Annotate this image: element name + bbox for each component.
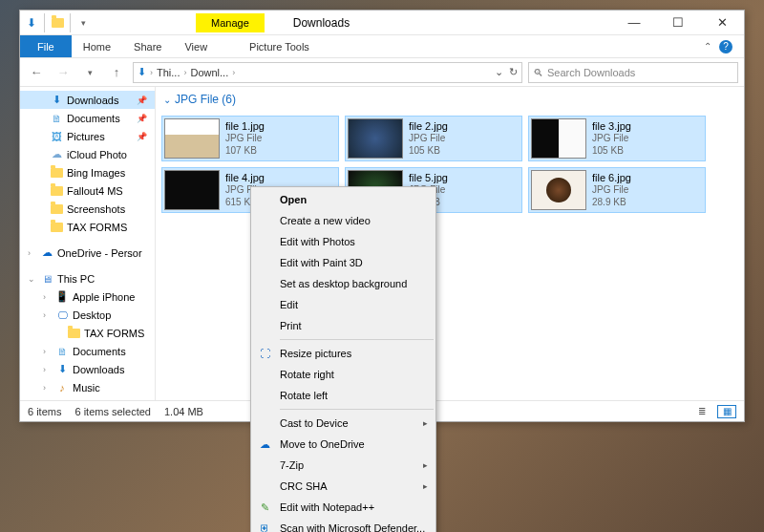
ctx-notepadpp[interactable]: ✎Edit with Notepad++ <box>251 497 435 518</box>
pin-icon: 📌 <box>137 114 147 123</box>
help-icon[interactable]: ? <box>719 40 732 53</box>
chevron-down-icon: ⌄ <box>28 274 36 284</box>
cloud-icon: ☁ <box>257 436 272 452</box>
file-item[interactable]: file 1.jpgJPG File107 KB <box>161 116 339 161</box>
search-input[interactable]: 🔍︎ Search Downloads <box>528 62 738 83</box>
refresh-icon[interactable]: ↻ <box>509 66 518 78</box>
music-icon: ♪ <box>55 381 69 394</box>
file-size: 105 KB <box>592 145 631 158</box>
address-row: ← → ▾ ↑ ⬇ › Thi... › Downl... › ⌄ ↻ 🔍︎ S… <box>20 58 744 87</box>
ctx-cast[interactable]: Cast to Device▸ <box>251 413 435 434</box>
chevron-right-icon: › <box>150 68 153 77</box>
ctx-edit[interactable]: Edit <box>251 294 435 315</box>
recent-dropdown[interactable]: ▾ <box>79 62 100 83</box>
sidebar-item-downloads[interactable]: ›⬇Downloads <box>20 360 155 378</box>
address-bar[interactable]: ⬇ › Thi... › Downl... › ⌄ ↻ <box>133 62 522 83</box>
ctx-rotate-right[interactable]: Rotate right <box>251 364 435 385</box>
nav-pane: ⬇Downloads📌🗎Documents📌🖼Pictures📌☁iCloud … <box>20 87 156 400</box>
ctx-rotate-left[interactable]: Rotate left <box>251 385 435 406</box>
sidebar-onedrive[interactable]: › ☁ OneDrive - Persor <box>20 244 155 262</box>
sidebar-item-downloads[interactable]: ⬇Downloads📌 <box>20 91 155 109</box>
home-tab[interactable]: Home <box>72 35 122 57</box>
status-selected-count: 6 items selected <box>74 406 150 417</box>
download-icon: ⬇ <box>50 94 63 107</box>
ctx-open[interactable]: Open <box>251 189 435 210</box>
details-view-icon[interactable]: ≣ <box>692 405 711 418</box>
sidebar-item-music[interactable]: ›♪Music <box>20 378 155 396</box>
ctx-edit-photos[interactable]: Edit with Photos <box>251 231 435 252</box>
sidebar-item-label: Downloads <box>67 95 118 106</box>
desktop-icon: 🖵 <box>55 309 69 322</box>
breadcrumb-root[interactable]: Thi... <box>157 67 180 78</box>
group-header[interactable]: ⌄ JPG File (6) <box>156 87 744 112</box>
doc-icon: 🗎 <box>50 112 63 125</box>
ctx-print[interactable]: Print <box>251 315 435 336</box>
tiles-view-icon[interactable]: ▦ <box>717 405 736 418</box>
sidebar-item-tax-forms[interactable]: TAX FORMS <box>20 218 155 236</box>
up-button[interactable]: ↑ <box>106 62 127 83</box>
sidebar-item-icloud-photo[interactable]: ☁iCloud Photo <box>20 145 155 163</box>
files-grid: file 1.jpgJPG File107 KBfile 2.jpgJPG Fi… <box>156 112 744 217</box>
ribbon-tabs: File Home Share View Picture Tools ⌃ ? <box>20 35 744 58</box>
file-name: file 4.jpg <box>225 172 265 185</box>
ctx-crc-sha[interactable]: CRC SHA▸ <box>251 476 435 497</box>
minimize-button[interactable]: — <box>612 11 656 35</box>
qat-dropdown-icon[interactable]: ▾ <box>75 15 91 31</box>
ribbon-expand-icon[interactable]: ⌃ <box>704 41 711 52</box>
forward-button[interactable]: → <box>53 62 74 83</box>
pin-icon: 📌 <box>137 96 147 105</box>
ctx-resize-pictures[interactable]: ⛶Resize pictures <box>251 343 435 364</box>
down-arrow-icon[interactable]: ⬇ <box>24 15 39 31</box>
share-tab[interactable]: Share <box>122 35 173 57</box>
sidebar-item-desktop[interactable]: ›🖵Desktop <box>20 306 155 324</box>
folder-icon <box>50 184 63 198</box>
sidebar-item-documents[interactable]: 🗎Documents📌 <box>20 109 155 127</box>
file-item[interactable]: file 6.jpgJPG File28.9 KB <box>528 167 706 213</box>
ctx-7zip[interactable]: 7-Zip▸ <box>251 455 435 476</box>
ctx-defender-scan[interactable]: ⛨Scan with Microsoft Defender... <box>251 518 435 532</box>
search-icon: 🔍︎ <box>533 67 543 78</box>
sidebar-item-label: Documents <box>67 113 120 124</box>
pc-icon: 🖥 <box>40 272 53 286</box>
file-item[interactable]: file 2.jpgJPG File105 KB <box>345 116 522 161</box>
folder-icon[interactable] <box>50 15 65 31</box>
sidebar-item-documents[interactable]: ›🗎Documents <box>20 342 155 360</box>
doc-icon: 🗎 <box>55 345 69 358</box>
picture-tools-tab[interactable]: Picture Tools <box>238 35 321 57</box>
ctx-edit-paint3d[interactable]: Edit with Paint 3D <box>251 252 435 273</box>
ctx-move-onedrive[interactable]: ☁Move to OneDrive <box>251 434 435 455</box>
sidebar-item-apple-iphone[interactable]: ›📱Apple iPhone <box>20 287 155 306</box>
sidebar-item-label: Fallout4 MS <box>67 185 123 197</box>
sidebar-item-bing-images[interactable]: Bing Images <box>20 163 155 181</box>
close-button[interactable]: ✕ <box>700 11 744 35</box>
resize-icon: ⛶ <box>257 346 272 361</box>
sidebar-item-tax-forms[interactable]: TAX FORMS <box>20 324 155 342</box>
titlebar: ⬇ ▾ Manage Downloads — ☐ ✕ <box>20 11 744 35</box>
sidebar-this-pc[interactable]: ⌄ 🖥 This PC <box>20 269 155 287</box>
sidebar-item-pictures[interactable]: 🖼Pictures📌 <box>20 127 155 145</box>
file-tab[interactable]: File <box>20 35 72 57</box>
file-thumbnail <box>531 170 586 210</box>
chevron-right-icon: › <box>232 68 235 77</box>
context-menu: Open Create a new video Edit with Photos… <box>250 186 436 532</box>
sidebar-item-screenshots[interactable]: Screenshots <box>20 200 155 218</box>
file-item[interactable]: file 3.jpgJPG File105 KB <box>528 116 706 161</box>
view-tab[interactable]: View <box>173 35 219 57</box>
breadcrumb-folder[interactable]: Downl... <box>190 67 228 78</box>
cloud-icon: ☁ <box>50 148 63 161</box>
sidebar-item-label: Documents <box>73 346 126 357</box>
sidebar-item-fallout4-ms[interactable]: Fallout4 MS <box>20 181 155 200</box>
folder-icon <box>50 166 63 180</box>
back-button[interactable]: ← <box>26 62 47 83</box>
download-icon: ⬇ <box>55 363 69 376</box>
ctx-set-wallpaper[interactable]: Set as desktop background <box>251 273 435 294</box>
addr-dropdown-icon[interactable]: ⌄ <box>495 66 503 78</box>
maximize-button[interactable]: ☐ <box>656 11 700 35</box>
quick-access-toolbar: ⬇ ▾ <box>20 13 95 32</box>
file-thumbnail <box>348 118 403 159</box>
chevron-right-icon: ▸ <box>423 481 428 491</box>
file-name: file 2.jpg <box>409 120 448 134</box>
ctx-new-video[interactable]: Create a new video <box>251 210 435 231</box>
ribbon-contextual-tab[interactable]: Manage <box>196 13 265 32</box>
chevron-right-icon: › <box>28 248 36 258</box>
